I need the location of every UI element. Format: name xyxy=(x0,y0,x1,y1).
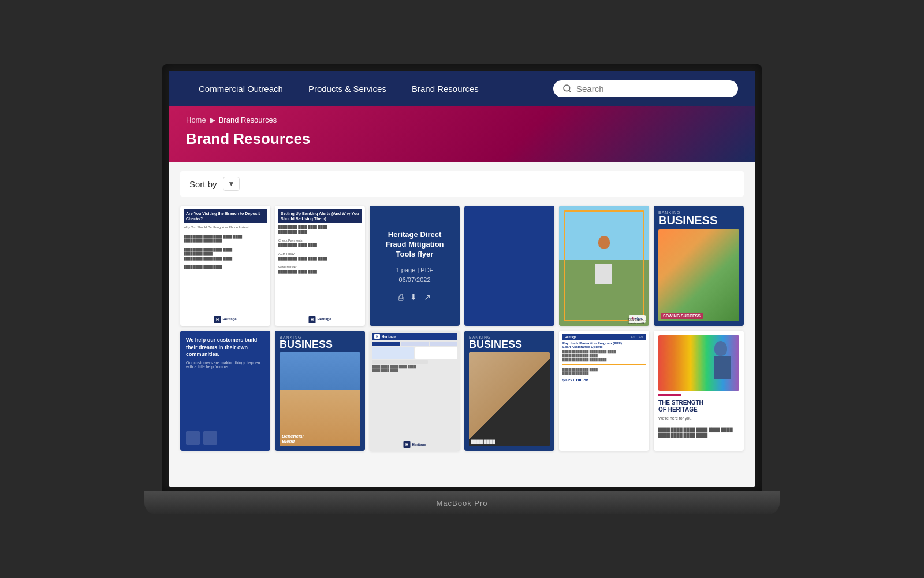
resource-card-2[interactable]: Setting Up Banking Alerts (And Why You S… xyxy=(275,206,365,326)
laptop-bottom: MacBook Pro xyxy=(144,491,780,514)
nav-products-services[interactable]: Products & Services xyxy=(296,71,399,106)
card-8-title: BUSINESS xyxy=(280,339,360,350)
search-input[interactable] xyxy=(576,84,729,94)
resource-card-8[interactable]: BANKING BUSINESS BeneficialBlend xyxy=(275,331,365,451)
nav-commercial-outreach[interactable]: Commercial Outreach xyxy=(186,71,296,106)
breadcrumb: Home ▶ Brand Resources xyxy=(186,116,738,124)
card-3-actions: ⎙ ⬇ ↗ xyxy=(398,292,431,302)
share-icon[interactable]: ↗ xyxy=(424,292,431,302)
card-strength-accent xyxy=(658,394,681,396)
card-3-meta: 1 page | PDF06/07/2022 xyxy=(396,265,434,286)
resource-card-11[interactable]: Heritage Est. 1921 Paycheck Protection P… xyxy=(559,331,649,451)
download-icon[interactable]: ⬇ xyxy=(410,292,417,302)
sort-by-label: Sort by xyxy=(189,179,217,189)
page-title: Brand Resources xyxy=(186,130,738,148)
resource-card-6[interactable]: BANKING BUSINESS SOWING SUCCESS xyxy=(654,206,744,326)
card-6-title: BUSINESS xyxy=(658,214,739,226)
svg-line-1 xyxy=(569,90,571,92)
resource-card-3[interactable]: Heritage DirectFraud MitigationTools fly… xyxy=(370,206,460,326)
search-icon xyxy=(562,84,572,93)
card-7-text: We help our customers build their dreams… xyxy=(186,336,264,369)
card-10-title: BUSINESS xyxy=(469,339,550,350)
screen-border: Commercial Outreach Products & Services … xyxy=(162,64,762,491)
resource-card-4[interactable] xyxy=(464,206,554,326)
resources-grid-row1: Are You Visiting the Branch to Deposit C… xyxy=(180,206,744,326)
search-bar[interactable] xyxy=(553,80,738,97)
card-12-sub: We're here for you.████ ████ ████ ████ █… xyxy=(658,416,739,438)
card-12-title: THE STRENGTHOF HERITAGE xyxy=(658,399,739,413)
hero-section: Home ▶ Brand Resources Brand Resources xyxy=(169,106,755,162)
resource-card-10[interactable]: BANKING BUSINESS ████ ████ xyxy=(464,331,554,451)
resources-grid-row2: We help our customers build their dreams… xyxy=(180,331,744,451)
resource-card-12[interactable]: THE STRENGTHOF HERITAGE We're here for y… xyxy=(654,331,744,451)
navigation-bar: Commercial Outreach Products & Services … xyxy=(169,71,755,106)
print-icon[interactable]: ⎙ xyxy=(398,292,403,302)
resource-card-9[interactable]: H Heritage xyxy=(370,331,460,451)
content-area: Sort by ▼ Are You Visiting the Branch to… xyxy=(169,162,755,487)
nav-links-container: Commercial Outreach Products & Services … xyxy=(186,71,547,106)
resource-card-1[interactable]: Are You Visiting the Branch to Deposit C… xyxy=(180,206,270,326)
breadcrumb-home[interactable]: Home xyxy=(186,116,206,124)
sort-dropdown[interactable]: ▼ xyxy=(223,177,240,191)
chevron-down-icon: ▼ xyxy=(228,180,235,188)
sort-bar: Sort by ▼ xyxy=(180,171,744,197)
resource-card-5[interactable]: helps 2021 Comm...Investment R... xyxy=(559,206,649,326)
nav-brand-resources[interactable]: Brand Resources xyxy=(399,71,491,106)
laptop-frame: Commercial Outreach Products & Services … xyxy=(144,64,780,514)
laptop-brand-label: MacBook Pro xyxy=(436,499,487,507)
resource-card-7[interactable]: We help our customers build their dreams… xyxy=(180,331,270,451)
breadcrumb-current: Brand Resources xyxy=(219,116,277,124)
screen-content: Commercial Outreach Products & Services … xyxy=(169,71,755,487)
card-3-title: Heritage DirectFraud MitigationTools fly… xyxy=(385,230,444,260)
breadcrumb-separator: ▶ xyxy=(210,116,215,124)
